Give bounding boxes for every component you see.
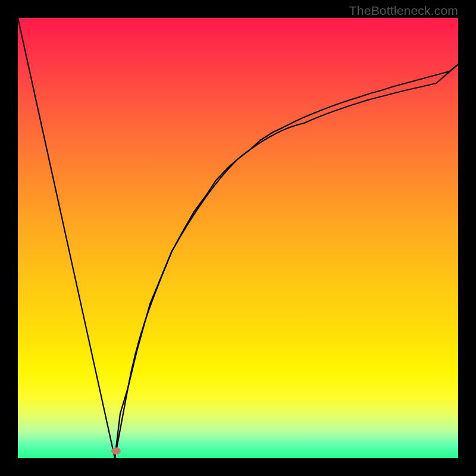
plot-area [18, 18, 458, 458]
curve-right-log-smooth [115, 64, 458, 458]
curve-left-slope [18, 18, 115, 458]
attribution-label: TheBottleneck.com [349, 4, 458, 18]
chart-frame: TheBottleneck.com [0, 0, 476, 476]
chart-svg [18, 18, 458, 458]
curve-right-log [115, 64, 458, 458]
minimum-marker [111, 447, 121, 455]
